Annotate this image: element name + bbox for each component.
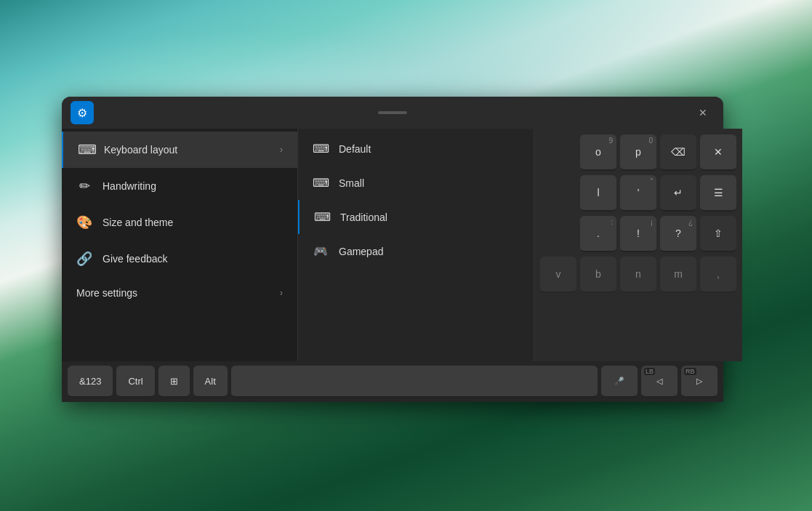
- rb-badge: RB: [684, 368, 696, 375]
- feedback-icon: 🔗: [76, 251, 92, 267]
- question-label: ?: [675, 228, 681, 239]
- default-label: Default: [339, 143, 371, 155]
- mic-icon: 🎤: [614, 377, 624, 386]
- microphone-key[interactable]: 🎤: [601, 366, 638, 398]
- num-label: &123: [79, 376, 101, 387]
- next-key[interactable]: RB ▷: [681, 366, 717, 398]
- menu-item-size-and-theme[interactable]: 🎨 Size and theme: [62, 204, 297, 241]
- next-icon: ▷: [696, 377, 702, 386]
- key-m[interactable]: m: [660, 257, 696, 293]
- submenu-panel: ⌨ Default ⌨ Small ⌨ Traditional 🎮 Gamepa…: [298, 129, 534, 361]
- traditional-keyboard-icon: ⌨: [314, 210, 330, 224]
- keyboard-keys-area: 9 o 0 p ⌫ ✕ l ": [534, 129, 742, 361]
- key-apos-label: ': [638, 187, 640, 198]
- small-label: Small: [339, 177, 364, 189]
- submenu-item-traditional[interactable]: ⌨ Traditional: [298, 200, 534, 234]
- key-menu[interactable]: ☰: [700, 175, 736, 212]
- key-p[interactable]: 0 p: [620, 134, 656, 171]
- shift-icon: ⇧: [714, 228, 723, 239]
- menu-item-more-settings[interactable]: More settings ›: [62, 277, 297, 309]
- key-dismiss[interactable]: ✕: [700, 134, 736, 171]
- enter-icon: ↵: [674, 187, 683, 198]
- key-apostrophe[interactable]: " ': [620, 175, 656, 212]
- keyboard-titlebar: ⚙ ✕: [62, 97, 723, 129]
- keyboard-body: ⌨ Keyboard layout › ✏ Handwriting 🎨 Size…: [62, 129, 723, 361]
- key-o-label: o: [595, 146, 601, 158]
- win-label: ⊞: [170, 376, 178, 387]
- keyboard-bottom-row: &123 Ctrl ⊞ Alt 🎤 LB ◁ RB ▷: [62, 361, 723, 402]
- key-o-sublabel: 9: [608, 137, 613, 145]
- key-period[interactable]: : .: [580, 216, 616, 252]
- small-keyboard-icon: ⌨: [313, 176, 329, 190]
- size-theme-label: Size and theme: [102, 217, 283, 228]
- key-comma-label: ,: [717, 268, 720, 280]
- key-p-label: p: [635, 146, 641, 158]
- more-settings-label: More settings: [76, 287, 270, 299]
- key-row-3: : . ¡ ! ¿ ? ⇧: [540, 216, 736, 252]
- key-n[interactable]: n: [620, 257, 656, 293]
- drag-handle[interactable]: [378, 111, 407, 114]
- submenu-item-default[interactable]: ⌨ Default: [298, 132, 534, 166]
- keyboard-layout-label: Keyboard layout: [104, 144, 270, 156]
- key-apos-sublabel: ": [650, 177, 653, 185]
- alt-label: Alt: [205, 376, 216, 387]
- titlebar-center: [94, 111, 691, 114]
- backspace-icon: ⌫: [671, 146, 686, 158]
- key-m-label: m: [674, 268, 683, 280]
- handwriting-icon: ✏: [76, 178, 92, 194]
- key-alt[interactable]: Alt: [193, 366, 228, 398]
- key-comma[interactable]: ,: [700, 257, 736, 293]
- key-n-label: n: [635, 268, 641, 280]
- key-row-1: 9 o 0 p ⌫ ✕: [540, 134, 736, 171]
- menu-item-keyboard-layout[interactable]: ⌨ Keyboard layout ›: [62, 132, 297, 168]
- key-num[interactable]: &123: [68, 366, 113, 398]
- traditional-label: Traditional: [340, 212, 387, 223]
- key-enter[interactable]: ↵: [660, 175, 696, 212]
- exclaim-label: !: [637, 228, 640, 239]
- key-ctrl[interactable]: Ctrl: [116, 366, 154, 398]
- settings-panel: ⌨ Keyboard layout › ✏ Handwriting 🎨 Size…: [62, 129, 298, 361]
- key-v-label: v: [556, 268, 561, 280]
- question-sublabel: ¿: [688, 218, 693, 226]
- key-backspace[interactable]: ⌫: [660, 134, 696, 171]
- menu-item-give-feedback[interactable]: 🔗 Give feedback: [62, 241, 297, 277]
- settings-gear-button[interactable]: ⚙: [71, 101, 94, 124]
- menu-item-handwriting[interactable]: ✏ Handwriting: [62, 168, 297, 204]
- key-l-label: l: [597, 187, 599, 198]
- prev-icon: ◁: [656, 377, 662, 386]
- dismiss-icon: ✕: [714, 146, 723, 158]
- key-question[interactable]: ¿ ?: [660, 216, 696, 252]
- keyboard-layout-icon: ⌨: [78, 142, 94, 158]
- key-win[interactable]: ⊞: [158, 366, 190, 398]
- spacebar-key[interactable]: [231, 366, 598, 398]
- menu-icon: ☰: [714, 187, 723, 198]
- key-p-sublabel: 0: [648, 137, 653, 145]
- gamepad-icon: 🎮: [313, 244, 329, 258]
- feedback-label: Give feedback: [102, 253, 283, 265]
- period-label: .: [597, 228, 600, 239]
- period-sublabel: :: [611, 218, 613, 226]
- key-v[interactable]: v: [540, 257, 576, 293]
- key-b-label: b: [595, 268, 601, 280]
- keyboard-panel: ⚙ ✕ ⌨ Keyboard layout › ✏ Handwriting 🎨 …: [62, 97, 723, 402]
- lb-badge: LB: [644, 368, 655, 375]
- key-shift[interactable]: ⇧: [700, 216, 736, 252]
- key-exclaim[interactable]: ¡ !: [620, 216, 656, 252]
- default-keyboard-icon: ⌨: [313, 142, 329, 156]
- key-row-4: v b n m ,: [540, 257, 736, 293]
- submenu-item-small[interactable]: ⌨ Small: [298, 166, 534, 200]
- more-chevron-icon: ›: [280, 288, 283, 298]
- prev-key[interactable]: LB ◁: [641, 366, 678, 398]
- handwriting-label: Handwriting: [102, 180, 283, 192]
- key-b[interactable]: b: [580, 257, 616, 293]
- chevron-right-icon: ›: [280, 145, 283, 155]
- exclaim-sublabel: ¡: [651, 218, 653, 226]
- ctrl-label: Ctrl: [128, 376, 142, 387]
- close-button[interactable]: ✕: [691, 101, 715, 124]
- submenu-item-gamepad[interactable]: 🎮 Gamepad: [298, 234, 534, 268]
- key-o[interactable]: 9 o: [580, 134, 616, 171]
- key-row-2: l " ' ↵ ☰: [540, 175, 736, 212]
- key-l[interactable]: l: [580, 175, 616, 212]
- size-theme-icon: 🎨: [76, 214, 92, 230]
- gamepad-label: Gamepad: [339, 246, 383, 257]
